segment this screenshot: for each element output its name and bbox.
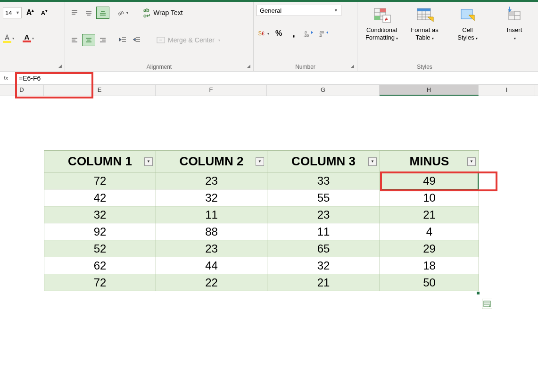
table-header[interactable]: COLUMN 1 ▼ bbox=[44, 151, 156, 172]
align-top-button[interactable] bbox=[68, 7, 81, 19]
table-cell[interactable]: 22 bbox=[156, 274, 267, 291]
svg-rect-42 bbox=[374, 16, 380, 20]
svg-text:+: + bbox=[488, 304, 491, 307]
filter-button[interactable]: ▼ bbox=[256, 157, 264, 166]
filter-button[interactable]: ▼ bbox=[144, 157, 153, 166]
svg-text:€: € bbox=[262, 31, 265, 36]
ribbon-group-font: 14 ▼ A▴ A▾ ▾ A bbox=[0, 2, 65, 71]
font-color-button[interactable]: A ▾ bbox=[23, 34, 36, 42]
table-cell[interactable]: 32 bbox=[156, 189, 267, 206]
orientation-button[interactable]: ab ▾ bbox=[116, 7, 129, 19]
table-cell[interactable]: 23 bbox=[156, 172, 267, 189]
chevron-down-icon: ▾ bbox=[267, 32, 269, 36]
number-dialog-launcher[interactable]: ◢ bbox=[349, 64, 355, 69]
column-header-g[interactable]: G bbox=[267, 85, 380, 96]
table-cell[interactable]: 72 bbox=[44, 274, 156, 291]
ribbon: 14 ▼ A▴ A▾ ▾ A bbox=[0, 2, 538, 72]
table-cell[interactable]: 62 bbox=[44, 257, 156, 274]
table-cell[interactable]: 92 bbox=[44, 223, 156, 240]
align-left-button[interactable] bbox=[68, 34, 81, 46]
cell-styles-button[interactable]: CellStyles▾ bbox=[446, 4, 489, 44]
table-row: 32112321 bbox=[44, 206, 479, 223]
table-header[interactable]: MINUS ▼ bbox=[380, 151, 479, 172]
table-cell[interactable]: 23 bbox=[156, 240, 267, 257]
font-size-select[interactable]: 14 ▼ bbox=[3, 7, 22, 18]
table-cell[interactable]: 49 bbox=[380, 172, 479, 189]
number-format-select[interactable]: General ▼ bbox=[257, 5, 341, 16]
table-cell[interactable]: 52 bbox=[44, 240, 156, 257]
column-header-i[interactable]: I bbox=[479, 85, 535, 96]
fx-icon[interactable]: fx bbox=[0, 73, 12, 83]
comma-format-button[interactable]: , bbox=[287, 27, 301, 40]
conditional-formatting-button[interactable]: ≠ ConditionalFormatting▾ bbox=[360, 4, 403, 44]
filter-button[interactable]: ▼ bbox=[368, 157, 377, 166]
table-cell[interactable]: 21 bbox=[267, 274, 380, 291]
align-center-button[interactable] bbox=[82, 34, 95, 46]
table-cell[interactable]: 11 bbox=[156, 206, 267, 223]
table-cell[interactable]: 88 bbox=[156, 223, 267, 240]
table-row: 62443218 bbox=[44, 257, 479, 274]
fill-color-button[interactable]: ▾ bbox=[3, 34, 16, 43]
table-cell[interactable]: 32 bbox=[44, 206, 156, 223]
table-resize-handle[interactable] bbox=[477, 292, 480, 294]
merge-icon bbox=[157, 37, 165, 43]
column-header-h[interactable]: H bbox=[380, 85, 479, 96]
align-right-button[interactable] bbox=[96, 34, 109, 46]
cell-styles-icon bbox=[458, 6, 477, 24]
formula-input[interactable]: =E6-F6 bbox=[12, 73, 538, 84]
quick-analysis-button[interactable]: + bbox=[482, 299, 492, 309]
ribbon-group-styles: ≠ ConditionalFormatting▾ Format asTable▾… bbox=[357, 2, 492, 71]
increase-decimal-button[interactable]: .0.00 bbox=[302, 27, 316, 40]
font-dialog-launcher[interactable]: ◢ bbox=[57, 64, 63, 69]
chevron-down-icon: ▾ bbox=[12, 36, 14, 41]
ribbon-group-number: General ▼ $€ ▾ % , .0.00 .00.0 Number ◢ bbox=[254, 2, 357, 71]
table-cell[interactable]: 65 bbox=[267, 240, 380, 257]
table-header[interactable]: COLUMN 2 ▼ bbox=[156, 151, 267, 172]
insert-cells-icon bbox=[505, 6, 524, 24]
table-cell[interactable]: 21 bbox=[380, 206, 479, 223]
align-middle-button[interactable] bbox=[82, 7, 95, 19]
table-cell[interactable]: 4 bbox=[380, 223, 479, 240]
table-cell[interactable]: 18 bbox=[380, 257, 479, 274]
table-cell[interactable]: 33 bbox=[267, 172, 380, 189]
format-as-table-button[interactable]: Format asTable▾ bbox=[403, 4, 446, 44]
table-cell[interactable]: 29 bbox=[380, 240, 479, 257]
increase-font-button[interactable]: A▴ bbox=[25, 7, 36, 18]
table-cell[interactable]: 72 bbox=[44, 172, 156, 189]
data-table: COLUMN 1 ▼ COLUMN 2 ▼ COLUMN 3 ▼ MINUS ▼… bbox=[44, 150, 479, 291]
decrease-indent-button[interactable] bbox=[116, 34, 129, 46]
column-header-d[interactable]: D bbox=[0, 85, 44, 96]
table-cell[interactable]: 50 bbox=[380, 274, 479, 291]
accounting-format-button[interactable]: $€ ▾ bbox=[257, 27, 271, 40]
table-header[interactable]: COLUMN 3 ▼ bbox=[267, 151, 380, 172]
column-header-e[interactable]: E bbox=[44, 85, 156, 96]
table-cell[interactable]: 10 bbox=[380, 189, 479, 206]
group-label-alignment: Alignment bbox=[65, 64, 253, 70]
table-row: 72233349 bbox=[44, 172, 479, 189]
percent-format-button[interactable]: % bbox=[272, 27, 286, 40]
chevron-down-icon: ▾ bbox=[126, 11, 128, 15]
increase-indent-button[interactable] bbox=[130, 34, 143, 46]
insert-cells-button[interactable]: Insert▾ bbox=[505, 4, 524, 44]
formula-bar: fx =E6-F6 bbox=[0, 72, 538, 85]
table-cell[interactable]: 55 bbox=[267, 189, 380, 206]
wrap-text-button[interactable]: abc↵ Wrap Text bbox=[139, 7, 188, 19]
decrease-decimal-button[interactable]: .00.0 bbox=[317, 27, 331, 40]
table-cell[interactable]: 23 bbox=[267, 206, 380, 223]
table-cell[interactable]: 11 bbox=[267, 223, 380, 240]
svg-marker-26 bbox=[133, 38, 135, 41]
decrease-font-button[interactable]: A▾ bbox=[39, 7, 50, 18]
worksheet-grid[interactable]: COLUMN 1 ▼ COLUMN 2 ▼ COLUMN 3 ▼ MINUS ▼… bbox=[0, 96, 538, 392]
filter-button[interactable]: ▼ bbox=[467, 157, 476, 166]
alignment-dialog-launcher[interactable]: ◢ bbox=[246, 64, 251, 69]
table-cell[interactable]: 42 bbox=[44, 189, 156, 206]
number-format-value: General bbox=[260, 7, 281, 14]
table-cell[interactable]: 32 bbox=[267, 257, 380, 274]
table-row: 72222150 bbox=[44, 274, 479, 291]
align-bottom-button[interactable] bbox=[96, 7, 109, 19]
svg-text:.00: .00 bbox=[304, 33, 309, 37]
column-header-row: D E F G H I bbox=[0, 85, 538, 96]
column-header-f[interactable]: F bbox=[156, 85, 267, 96]
table-cell[interactable]: 44 bbox=[156, 257, 267, 274]
svg-text:ab: ab bbox=[117, 9, 124, 16]
